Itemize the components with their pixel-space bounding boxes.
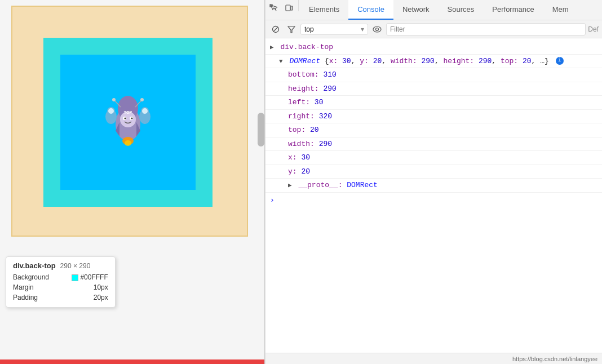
filter-button[interactable]	[285, 23, 298, 36]
prop-top-label: top:	[288, 126, 306, 134]
svg-point-6	[131, 118, 133, 119]
collapse-icon[interactable]: ▼	[279, 58, 283, 65]
console-output: ▶ div.back-top ▼ DOMRect {x: 30, y: 20, …	[265, 38, 602, 353]
prop-height-label: height:	[288, 85, 319, 93]
bottom-red-bar	[0, 359, 264, 364]
margin-label: Margin	[13, 283, 34, 291]
margin-value: 10px	[94, 283, 108, 291]
console-filter-input[interactable]	[386, 23, 586, 35]
prop-height-val: 290	[323, 85, 336, 93]
info-icon: i	[556, 57, 564, 65]
bg-value: #00FFFF	[72, 273, 108, 281]
prop-left-label: left:	[288, 98, 310, 106]
svg-point-29	[376, 28, 379, 30]
divider	[298, 0, 299, 11]
prop-top: top: 20	[265, 123, 602, 137]
devtools-tab-bar: Elements Console Network Sources Perform…	[265, 0, 602, 20]
svg-point-11	[125, 140, 131, 146]
prop-bottom: bottom: 310	[265, 68, 602, 82]
element-tooltip: div.back-top 290 × 290 Background #00FFF…	[6, 256, 116, 308]
svg-text:TOP: TOP	[124, 110, 132, 114]
proto-label: __proto__:	[298, 181, 342, 189]
tab-network[interactable]: Network	[393, 0, 439, 20]
tab-performance[interactable]: Performance	[483, 0, 543, 20]
expand-icon[interactable]: ▶	[270, 44, 274, 51]
prop-proto[interactable]: ▶ __proto__: DOMRect	[265, 179, 602, 193]
prop-width-val: 290	[319, 140, 332, 148]
prop-x: x: 30	[265, 151, 602, 165]
domrect-preview: {x: 30, y: 20, width: 290, height: 290, …	[325, 57, 549, 65]
svg-rect-24	[291, 6, 293, 10]
element-name: div.back-top	[280, 43, 333, 51]
dropdown-arrow-icon: ▾	[361, 25, 364, 33]
tooltip-size: 290 × 290	[60, 262, 91, 270]
prop-right: right: 320	[265, 110, 602, 124]
padding-label: Padding	[13, 294, 38, 301]
svg-point-15	[140, 98, 144, 101]
prop-x-label: x:	[288, 153, 297, 162]
inner-div-back-top: TOP	[60, 55, 196, 190]
console-toolbar: top ▾ Def	[265, 20, 602, 38]
svg-point-18	[108, 108, 114, 114]
prop-width-label: width:	[288, 140, 315, 148]
svg-marker-27	[288, 26, 295, 33]
tab-elements[interactable]: Elements	[300, 0, 348, 20]
prop-y-label: y:	[288, 167, 297, 176]
domrect-label: DOMRect	[289, 57, 324, 65]
svg-point-21	[142, 108, 148, 114]
eye-button[interactable]	[370, 23, 384, 36]
prop-bottom-label: bottom:	[288, 70, 319, 79]
status-bar: https://blog.csdn.net/linlangyee	[265, 353, 602, 364]
proto-val: DOMRect	[347, 181, 378, 189]
console-prompt[interactable]: ›	[265, 193, 602, 208]
inspect-element-button[interactable]	[265, 0, 281, 16]
prop-x-val: 30	[301, 153, 310, 162]
color-swatch	[72, 274, 78, 281]
prop-y-val: 20	[301, 167, 310, 176]
clear-console-button[interactable]	[269, 23, 282, 36]
tab-console[interactable]: Console	[348, 0, 393, 20]
scroll-indicator[interactable]	[258, 113, 264, 147]
status-url: https://blog.csdn.net/linlangyee	[512, 356, 597, 362]
prop-bottom-val: 310	[323, 70, 336, 79]
prop-left: left: 30	[265, 96, 602, 110]
outer-div: TOP	[43, 38, 213, 207]
default-label: Def	[588, 25, 599, 33]
proto-expand-icon[interactable]: ▶	[288, 182, 292, 189]
webpage-content: TOP	[11, 6, 248, 237]
rocket-character: TOP	[97, 91, 159, 153]
prop-left-val: 30	[315, 98, 324, 106]
tooltip-class-name: div.back-top	[13, 261, 56, 270]
padding-value: 20px	[94, 294, 108, 301]
prop-height: height: 290	[265, 82, 602, 96]
prop-right-label: right:	[288, 112, 315, 121]
svg-line-26	[273, 27, 278, 32]
svg-point-5	[125, 118, 126, 119]
webpage-preview: TOP	[0, 0, 265, 364]
devtools-panel: Elements Console Network Sources Perform…	[265, 0, 602, 364]
execution-context-select[interactable]: top ▾	[300, 24, 368, 35]
prompt-arrow-icon: ›	[270, 195, 275, 206]
prop-y: y: 20	[265, 165, 602, 179]
svg-rect-23	[286, 5, 290, 11]
tab-sources[interactable]: Sources	[439, 0, 484, 20]
svg-point-28	[373, 26, 381, 32]
prop-right-val: 320	[319, 112, 332, 121]
prop-width: width: 290	[265, 137, 602, 152]
console-entry-domrect[interactable]: ▼ DOMRect {x: 30, y: 20, width: 290, hei…	[265, 55, 602, 69]
device-toolbar-button[interactable]	[281, 0, 297, 16]
bg-label: Background	[13, 273, 49, 281]
prop-top-val: 20	[310, 126, 319, 134]
tab-more[interactable]: Mem	[543, 0, 578, 20]
svg-point-13	[112, 98, 116, 101]
console-entry-div-back-top[interactable]: ▶ div.back-top	[265, 41, 602, 55]
